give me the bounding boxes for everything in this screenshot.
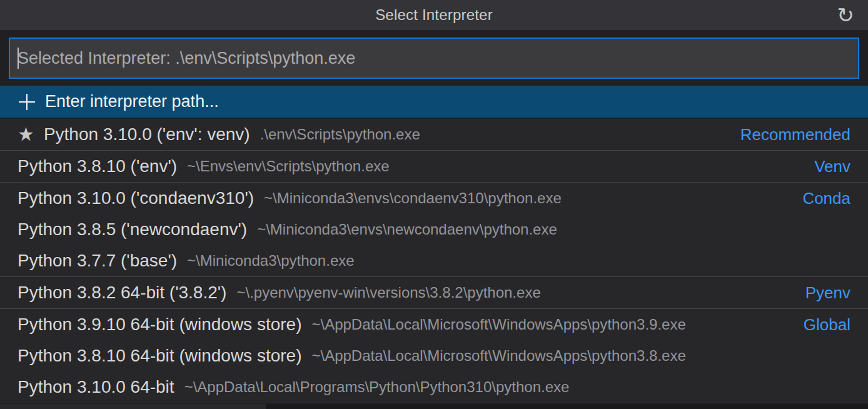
star-icon: ★	[18, 125, 34, 144]
interpreter-item[interactable]: Python 3.8.5 ('newcondaenv') ~\Miniconda…	[0, 214, 868, 245]
item-tag: Global	[804, 315, 850, 335]
item-label: Python 3.8.2 64-bit ('3.8.2')	[18, 283, 226, 303]
item-label: Python 3.10.0 ('env': venv)	[44, 124, 250, 144]
item-label: Python 3.10.0 64-bit	[18, 377, 174, 397]
item-path: ~\AppData\Local\Microsoft\WindowsApps\py…	[311, 347, 685, 365]
item-label: Python 3.9.10 64-bit (windows store)	[18, 315, 301, 335]
item-label: Python 3.8.10 ('env')	[18, 156, 177, 176]
item-path: ~\AppData\Local\Programs\Python\Python31…	[184, 378, 570, 396]
dialog-bottom-edge-left	[0, 404, 266, 409]
interpreter-input-container	[0, 30, 868, 86]
interpreter-item[interactable]: ★ Python 3.10.0 ('env': venv) .\env\Scri…	[0, 119, 868, 150]
item-path: ~\Miniconda3\python.exe	[187, 252, 355, 270]
item-label: Python 3.8.5 ('newcondaenv')	[18, 220, 247, 240]
item-tag: Pyenv	[805, 283, 850, 303]
dialog-titlebar: Select Interpreter ↻	[0, 0, 868, 30]
interpreter-list: Enter interpreter path... ★ Python 3.10.…	[0, 86, 868, 403]
plus-icon	[18, 93, 36, 111]
select-interpreter-dialog: Select Interpreter ↻ Enter interpreter p…	[0, 0, 868, 409]
item-path: ~\.pyenv\pyenv-win\versions\3.8.2\python…	[236, 284, 540, 301]
enter-interpreter-path-item[interactable]: Enter interpreter path...	[0, 86, 868, 118]
interpreter-item[interactable]: Python 3.8.10 64-bit (windows store) ~\A…	[0, 340, 868, 371]
item-path: ~\Miniconda3\envs\condaenv310\python.exe	[264, 189, 562, 207]
item-path: ~\Envs\env\Scripts\python.exe	[187, 158, 390, 175]
item-label: Python 3.10.0 ('condaenv310')	[18, 188, 254, 208]
interpreter-item[interactable]: Python 3.7.7 ('base') ~\Miniconda3\pytho…	[0, 245, 868, 276]
interpreter-item[interactable]: Python 3.10.0 ('condaenv310') ~\Minicond…	[0, 183, 868, 214]
item-tag: Conda	[802, 189, 850, 208]
interpreter-item[interactable]: Python 3.10.0 64-bit ~\AppData\Local\Pro…	[0, 371, 868, 403]
interpreter-item[interactable]: Python 3.8.10 ('env') ~\Envs\env\Scripts…	[0, 151, 868, 182]
item-label: Enter interpreter path...	[45, 92, 219, 111]
item-path: ~\Miniconda3\envs\newcondaenv\python.exe	[257, 221, 557, 238]
item-path: ~\AppData\Local\Microsoft\WindowsApps\py…	[311, 316, 685, 333]
item-path: .\env\Scripts\python.exe	[260, 126, 420, 143]
interpreter-item[interactable]: Python 3.8.2 64-bit ('3.8.2') ~\.pyenv\p…	[0, 277, 868, 308]
interpreter-item[interactable]: Python 3.9.10 64-bit (windows store) ~\A…	[0, 309, 868, 340]
interpreter-input[interactable]	[9, 38, 859, 79]
item-label: Python 3.7.7 ('base')	[18, 251, 177, 271]
item-tag: Venv	[814, 157, 850, 176]
item-tag: Recommended	[740, 125, 850, 144]
dialog-title: Select Interpreter	[375, 6, 493, 24]
input-caret	[18, 48, 19, 69]
dialog-bottom-edge	[0, 404, 868, 409]
item-label: Python 3.8.10 64-bit (windows store)	[18, 346, 301, 366]
refresh-icon[interactable]: ↻	[832, 0, 859, 30]
